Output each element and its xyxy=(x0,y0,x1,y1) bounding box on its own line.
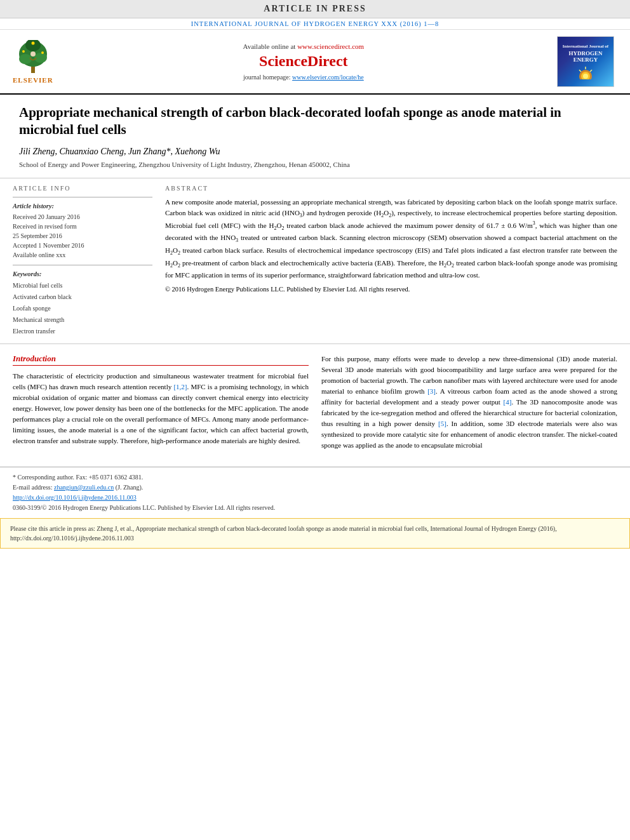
journal-info-bar: INTERNATIONAL JOURNAL OF HYDROGEN ENERGY… xyxy=(0,18,630,30)
sciencedirect-logo: ScienceDirect xyxy=(66,53,541,70)
revised-label: Received in revised form xyxy=(13,222,152,231)
ref-link-5[interactable]: [5] xyxy=(438,420,446,427)
divider2 xyxy=(13,265,152,265)
introduction-paragraph1: The characteristic of electricity produc… xyxy=(13,371,309,446)
main-body: Introduction The characteristic of elect… xyxy=(0,344,630,467)
journal-homepage-url[interactable]: www.elsevier.com/locate/he xyxy=(292,74,364,81)
keyword1: Microbial fuel cells xyxy=(13,280,152,291)
svg-line-14 xyxy=(579,70,581,72)
elsevier-text: ELSEVIER xyxy=(13,76,53,84)
article-info-heading: ARTICLE INFO xyxy=(13,185,152,192)
divider1 xyxy=(13,197,152,197)
citation-text: Please cite this article in press as: Zh… xyxy=(10,525,557,542)
abstract-text: A new composite anode material, possessi… xyxy=(165,197,617,281)
article-info-abstract-section: ARTICLE INFO Article history: Received 2… xyxy=(0,178,630,344)
elsevier-logo: ELSEVIER xyxy=(13,40,53,84)
svg-point-2 xyxy=(19,54,32,64)
available-label: Available online at xyxy=(243,43,296,50)
email-label: E-mail address: xyxy=(13,484,52,491)
right-paragraph1: For this purpose, many efforts were made… xyxy=(321,354,617,451)
ref-link-3[interactable]: [3] xyxy=(427,387,436,395)
svg-point-6 xyxy=(22,50,25,53)
authors-text: Jili Zheng, Chuanxiao Cheng, Jun Zhang*,… xyxy=(19,147,220,156)
keyword5: Electron transfer xyxy=(13,326,152,337)
header-center: Available online at www.sciencedirect.co… xyxy=(53,36,554,87)
article-main-title: Appropriate mechanical strength of carbo… xyxy=(19,104,611,139)
body-right: For this purpose, many efforts were made… xyxy=(321,354,617,457)
abstract-heading: ABSTRACT xyxy=(165,185,617,192)
doi-link[interactable]: http://dx.doi.org/10.1016/j.ijhydene.201… xyxy=(13,494,137,501)
header-right: International Journal of HYDROGENENERGY xyxy=(554,36,617,87)
corresponding-author: * Corresponding author. Fax: +85 0371 63… xyxy=(13,472,617,483)
received1: Received 20 January 2016 xyxy=(13,212,152,222)
header-left: ELSEVIER xyxy=(13,36,53,87)
article-in-press-banner: ARTICLE IN PRESS xyxy=(0,0,630,18)
keyword3: Loofah sponge xyxy=(13,303,152,314)
keywords-label: Keywords: xyxy=(13,270,152,277)
journal-homepage: journal homepage: www.elsevier.com/locat… xyxy=(66,74,541,81)
svg-point-11 xyxy=(583,74,588,79)
homepage-label: journal homepage: xyxy=(243,74,291,81)
affiliation: School of Energy and Power Engineering, … xyxy=(19,161,611,168)
history-label: Article history: xyxy=(13,203,152,210)
journal-cover-title: HYDROGENENERGY xyxy=(568,51,602,63)
journal-cover-image: International Journal of HYDROGENENERGY xyxy=(557,36,614,87)
email-suffix: (J. Zhang). xyxy=(116,484,144,491)
doi-link-line: http://dx.doi.org/10.1016/j.ijhydene.201… xyxy=(13,493,617,503)
journal-cover-subtitle: International Journal of xyxy=(563,44,608,49)
email-link[interactable]: zhangjun@zzuli.edu.cn xyxy=(54,484,114,491)
ref-link-1-2[interactable]: [1,2] xyxy=(173,383,187,390)
article-title-area: Appropriate mechanical strength of carbo… xyxy=(0,95,630,178)
revised-date: 25 September 2016 xyxy=(13,231,152,241)
svg-line-13 xyxy=(590,70,592,72)
email-line: E-mail address: zhangjun@zzuli.edu.cn (J… xyxy=(13,483,617,493)
abstract-column: ABSTRACT A new composite anode material,… xyxy=(165,185,617,337)
svg-point-7 xyxy=(41,51,44,54)
body-left: Introduction The characteristic of elect… xyxy=(13,354,309,457)
keyword4: Mechanical strength xyxy=(13,314,152,326)
abstract-copyright: © 2016 Hydrogen Energy Publications LLC.… xyxy=(165,284,617,295)
footer-copyright: 0360-3199/© 2016 Hydrogen Energy Publica… xyxy=(13,503,617,513)
svg-point-5 xyxy=(30,51,36,57)
authors: Jili Zheng, Chuanxiao Cheng, Jun Zhang*,… xyxy=(19,147,611,157)
available-online: Available online xxx xyxy=(13,250,152,260)
citation-box: Please cite this article in press as: Zh… xyxy=(0,518,630,549)
accepted: Accepted 1 November 2016 xyxy=(13,241,152,250)
footnotes-area: * Corresponding author. Fax: +85 0371 63… xyxy=(0,467,630,518)
keyword2: Activated carbon black xyxy=(13,291,152,303)
introduction-title: Introduction xyxy=(13,354,309,366)
available-online-text: Available online at www.sciencedirect.co… xyxy=(66,43,541,50)
svg-point-8 xyxy=(31,41,34,44)
header-area: ELSEVIER Available online at www.science… xyxy=(0,30,630,95)
sciencedirect-url[interactable]: www.sciencedirect.com xyxy=(297,43,364,50)
ref-link-4[interactable]: [4] xyxy=(504,398,512,406)
article-info-column: ARTICLE INFO Article history: Received 2… xyxy=(13,185,152,337)
